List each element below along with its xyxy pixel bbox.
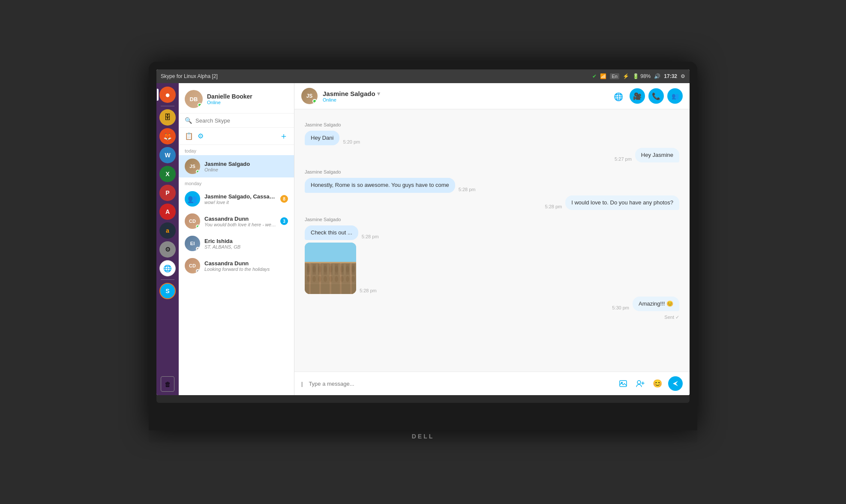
sidebar-item-apps[interactable]: A bbox=[159, 204, 176, 220]
status-dot bbox=[196, 247, 200, 251]
online-dot bbox=[198, 103, 202, 107]
sidebar-item-calc[interactable]: X bbox=[159, 166, 176, 182]
contact-preview: ST. ALBANS, GB bbox=[204, 244, 288, 249]
action-bar: 📋 ⚙ ＋ bbox=[179, 128, 294, 145]
sidebar-item-settings[interactable]: ⚙ bbox=[159, 241, 176, 258]
contact-name: Jasmine Salgado, Cassan... bbox=[204, 193, 276, 200]
chat-header-actions: 🌐 🎥 📞 � bbox=[611, 87, 683, 105]
message-sender-label: Jasmine Salgado bbox=[305, 169, 679, 174]
contact-name: Cassandra Dunn bbox=[204, 216, 276, 222]
message-row: Hey Dani 5:20 pm bbox=[305, 131, 679, 145]
contact-item-cassandra-1[interactable]: CD Cassandra Dunn You would both love it… bbox=[179, 210, 294, 232]
svg-rect-4 bbox=[318, 264, 321, 275]
svg-point-15 bbox=[329, 266, 333, 273]
svg-point-25 bbox=[329, 276, 333, 282]
search-bar: 🔍 bbox=[179, 114, 294, 128]
sidebar-item-files[interactable]: 🗄 bbox=[159, 109, 176, 126]
message-time: 5:20 pm bbox=[343, 139, 360, 144]
message-sender-label: Jasmine Salgado bbox=[305, 217, 679, 222]
contact-item-eric[interactable]: EI Eric Ishida ST. ALBANS, GB bbox=[179, 232, 294, 255]
add-people-chat-icon[interactable] bbox=[634, 377, 647, 390]
message-row-mine: Hey Jasmine 5:27 pm bbox=[305, 148, 679, 162]
svg-point-33 bbox=[637, 381, 641, 384]
message-bubble: Check this out ... bbox=[305, 225, 358, 240]
message-row: Honestly, Rome is so awesome. You guys h… bbox=[305, 178, 679, 192]
voice-call-btn[interactable]: 📞 bbox=[648, 88, 664, 104]
brand-logo: DELL bbox=[412, 433, 435, 440]
svg-point-11 bbox=[307, 266, 310, 273]
chat-text-input[interactable] bbox=[309, 381, 612, 387]
svg-point-13 bbox=[318, 266, 321, 273]
dropdown-chevron[interactable]: ▾ bbox=[377, 90, 380, 97]
add-people-btn[interactable]: 👥 bbox=[667, 88, 683, 104]
message-row-mine: I would love to. Do you have any photos?… bbox=[305, 195, 679, 210]
contact-info: Jasmine Salgado, Cassan... wow! love it bbox=[204, 193, 276, 205]
contact-info: Eric Ishida ST. ALBANS, GB bbox=[204, 238, 288, 249]
photo-bubble[interactable] bbox=[305, 243, 356, 294]
message-sender-label: Jasmine Salgado bbox=[305, 122, 679, 127]
unread-badge: 8 bbox=[280, 195, 288, 203]
contact-avatar-group: 👥 bbox=[185, 191, 200, 207]
svg-rect-3 bbox=[312, 264, 316, 275]
contact-item-jasmine-today[interactable]: JS Jasmine Salgado Online bbox=[179, 155, 294, 177]
window-title: Skype for Linux Alpha [2] bbox=[161, 73, 218, 79]
sidebar-item-ubuntu[interactable]: ● bbox=[159, 87, 176, 103]
add-people-icon: 👥 bbox=[672, 93, 679, 99]
svg-point-17 bbox=[340, 266, 344, 273]
battery-status: 🔋 98% bbox=[633, 73, 651, 79]
svg-rect-9 bbox=[346, 264, 349, 275]
volume-icon: 🔊 bbox=[654, 73, 660, 79]
sidebar-item-firefox[interactable]: 🦊 bbox=[159, 128, 176, 144]
status-dot bbox=[196, 170, 200, 174]
svg-rect-0 bbox=[305, 243, 356, 262]
section-label-today: today bbox=[179, 145, 294, 155]
emoji-icon[interactable]: 😊 bbox=[651, 377, 664, 390]
chat-contact-status: Online bbox=[323, 97, 606, 102]
svg-rect-1 bbox=[305, 262, 356, 294]
contact-avatar: CD bbox=[185, 213, 200, 229]
sidebar-item-writer[interactable]: W bbox=[159, 147, 176, 163]
sidebar-item-trash[interactable]: 🗑 bbox=[161, 376, 174, 392]
translate-icon[interactable]: 🌐 bbox=[611, 89, 626, 105]
contacts-list: today JS Jasmine Salgado Online bbox=[179, 145, 294, 395]
message-row-mine-amazing: Amazing!!! 😊 5:30 pm bbox=[305, 297, 679, 311]
messages-area: Jasmine Salgado Hey Dani 5:20 pm Hey Jas… bbox=[294, 109, 690, 372]
message-bubble-mine: Hey Jasmine bbox=[635, 148, 679, 162]
skype-app: DB Danielle Booker Online 🔍 bbox=[179, 83, 690, 395]
sidebar-item-amazon[interactable]: a bbox=[159, 222, 176, 239]
sidebar-item-skype[interactable]: S bbox=[159, 283, 176, 299]
file-upload-icon[interactable] bbox=[617, 377, 630, 390]
video-call-btn[interactable]: 🎥 bbox=[630, 88, 645, 104]
svg-point-14 bbox=[324, 266, 327, 273]
settings-btn[interactable]: ⚙ bbox=[198, 132, 204, 140]
search-input[interactable] bbox=[195, 117, 288, 124]
add-contact-btn[interactable]: ＋ bbox=[279, 130, 288, 142]
unread-badge: 3 bbox=[280, 217, 288, 225]
send-button[interactable] bbox=[668, 376, 683, 391]
contact-avatar: JS bbox=[185, 159, 200, 174]
svg-point-18 bbox=[346, 266, 349, 273]
chat-input-area: | bbox=[294, 372, 690, 395]
contact-name: Cassandra Dunn bbox=[204, 260, 288, 267]
message-sent-status: Sent ✓ bbox=[305, 315, 679, 320]
contact-item-group[interactable]: 👥 Jasmine Salgado, Cassan... wow! love i… bbox=[179, 188, 294, 210]
contact-name: Eric Ishida bbox=[204, 238, 288, 244]
svg-rect-10 bbox=[351, 264, 355, 275]
sidebar-item-chrome[interactable]: 🌐 bbox=[159, 260, 176, 276]
contacts-icon[interactable]: 📋 bbox=[185, 132, 193, 140]
svg-point-24 bbox=[324, 276, 327, 282]
sidebar-item-impress[interactable]: P bbox=[159, 185, 176, 201]
message-time: 5:30 pm bbox=[612, 305, 629, 310]
search-icon: 🔍 bbox=[185, 117, 192, 124]
message-time: 5:27 pm bbox=[615, 156, 632, 162]
ubuntu-sidebar: ● 🗄 🦊 W X P bbox=[156, 83, 179, 395]
system-settings-icon[interactable]: ⚙ bbox=[681, 73, 685, 79]
contact-item-cassandra-2[interactable]: CD Cassandra Dunn Looking forward to the… bbox=[179, 255, 294, 277]
profile-info: Danielle Booker Online bbox=[207, 93, 252, 105]
message-bubble: Honestly, Rome is so awesome. You guys h… bbox=[305, 178, 455, 192]
cursor: | bbox=[301, 381, 303, 387]
left-panel: DB Danielle Booker Online 🔍 bbox=[179, 83, 294, 395]
message-bubble: Hey Dani bbox=[305, 131, 339, 145]
user-avatar[interactable]: DB bbox=[185, 90, 203, 108]
avatar-initials: DB bbox=[190, 96, 198, 102]
